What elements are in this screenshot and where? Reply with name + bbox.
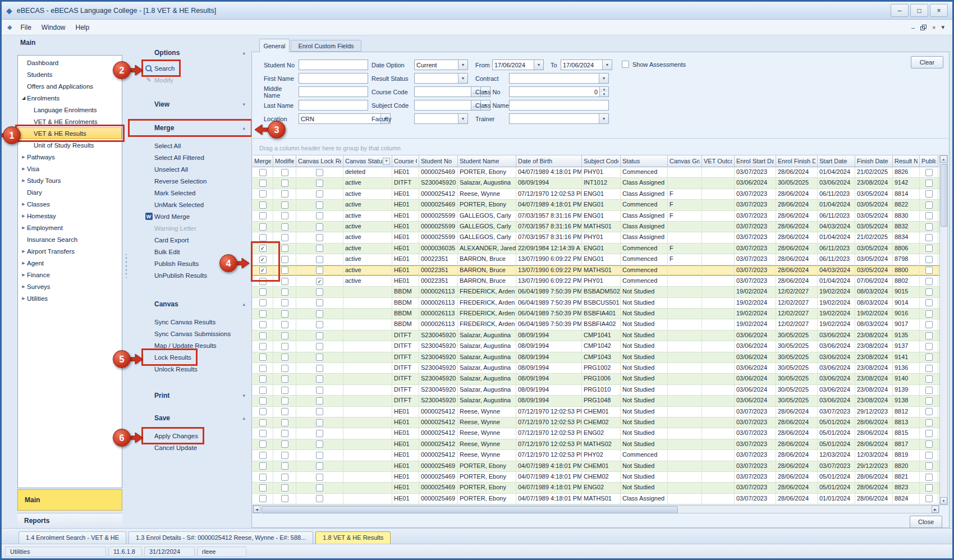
modified-checkbox[interactable] (281, 288, 288, 296)
sidebar-item-classes[interactable]: ▶Classes (18, 198, 122, 210)
modified-checkbox[interactable] (281, 212, 288, 219)
table-row[interactable]: ✓activeHE0100022351BARRON, Bruce13/07/19… (253, 265, 939, 276)
modified-checkbox[interactable] (281, 354, 288, 361)
dropdown-icon[interactable]: ▾ (458, 60, 467, 70)
canvas_lock-checkbox[interactable] (316, 332, 323, 339)
scroll-up-icon[interactable]: ▲ (940, 155, 947, 163)
publish-checkbox[interactable] (925, 343, 933, 350)
sidebar-item-dashboard[interactable]: Dashboard (18, 57, 122, 68)
canvas_lock-checkbox[interactable] (316, 234, 323, 241)
modified-checkbox[interactable] (281, 180, 288, 187)
modified-checkbox[interactable] (281, 408, 288, 415)
canvas_lock-checkbox[interactable] (316, 419, 323, 426)
action-item-sync-canvas-submissions[interactable]: Sync Canvas Submissions (144, 328, 234, 339)
scroll-left-icon[interactable]: ◀ (253, 506, 260, 513)
publish-checkbox[interactable] (925, 332, 933, 339)
filter-student-no-input[interactable] (299, 59, 368, 70)
close-button[interactable]: Close (910, 516, 942, 528)
column-header-student_name[interactable]: Student Name (458, 155, 516, 167)
action-item-lock-results[interactable]: Lock Results (144, 351, 195, 363)
canvas_lock-checkbox[interactable] (316, 201, 323, 209)
action-item-mark-selected[interactable]: Mark Selected (144, 187, 199, 199)
show-assessments-checkbox[interactable] (622, 61, 629, 68)
canvas_lock-checkbox[interactable] (316, 375, 323, 383)
modified-checkbox[interactable] (281, 245, 288, 252)
doc-tab-1-4-enrolment-search-vet-he[interactable]: 1.4 Enrolment Search - VET & HE (19, 531, 126, 544)
vertical-scrollbar[interactable]: ▲ ▼ (939, 155, 948, 505)
modified-checkbox[interactable] (281, 419, 288, 426)
doc-tab-1-8-vet-he-results[interactable]: 1.8 VET & HE Results (315, 531, 391, 544)
canvas_lock-checkbox[interactable] (316, 408, 323, 415)
scroll-down-icon[interactable]: ▼ (940, 497, 947, 504)
publish-checkbox[interactable] (925, 387, 933, 394)
sidebar-item-enrolments[interactable]: ◢Enrolments (18, 92, 122, 104)
column-header-status[interactable]: Status (621, 155, 668, 167)
action-item-unpublish-results[interactable]: UnPublish Results (144, 269, 210, 281)
doc-tab-1-3-enrol-details-s-0000025412-reese-wynne-e-588[interactable]: 1.3 Enrol Details - S#: 0000025412 Reese… (129, 531, 313, 544)
table-row[interactable]: activeHE010000025412Reese, Wynne07/12/19… (253, 189, 939, 200)
dropdown-icon[interactable]: ▾ (458, 74, 467, 83)
mdi-close-icon[interactable]: × (932, 24, 935, 31)
tab-enrol-custom-fields[interactable]: Enrol Custom Fields (291, 40, 361, 52)
group-header-options[interactable]: Options▴ (131, 47, 250, 59)
sidebar-item-employment[interactable]: ▶Employment (18, 222, 122, 233)
publish-checkbox[interactable] (925, 234, 933, 241)
merge-checkbox[interactable] (259, 462, 267, 470)
table-row[interactable]: HE010000025469PORTER, Ebony04/07/1989 4:… (253, 472, 939, 483)
table-row[interactable]: HE010000025412Reese, Wynne07/12/1970 12:… (253, 417, 939, 428)
sidebar-item-finance[interactable]: ▶Finance (18, 269, 122, 281)
canvas_lock-checkbox[interactable] (316, 212, 323, 219)
table-row[interactable]: ✓activeHE0100022351BARRON, Bruce13/07/19… (253, 254, 939, 265)
menu-file[interactable]: File (15, 20, 36, 35)
column-header-student_no[interactable]: Student No (419, 155, 458, 167)
publish-checkbox[interactable] (925, 474, 933, 481)
action-item-select-all[interactable]: Select All (144, 140, 184, 152)
merge-checkbox[interactable] (259, 408, 267, 415)
scroll-right-icon[interactable]: ▶ (932, 506, 939, 513)
table-row[interactable]: HE010000025412Reese, Wynne07/12/1970 12:… (253, 428, 939, 439)
action-item-apply-changes[interactable]: Apply Changes (144, 430, 201, 442)
action-item-cancel-update[interactable]: Cancel Update (144, 442, 200, 453)
canvas_lock-checkbox[interactable] (316, 267, 323, 274)
publish-checkbox[interactable] (925, 397, 933, 405)
modified-checkbox[interactable] (281, 256, 288, 263)
filter-icon[interactable]: ▼ (383, 158, 390, 165)
modified-checkbox[interactable] (281, 440, 288, 448)
column-header-canvas_lock[interactable]: Canvas Lock Resul (296, 155, 343, 167)
modified-checkbox[interactable] (281, 321, 288, 328)
filter-class-name-input[interactable] (509, 100, 609, 111)
sidebar-item-unit-of-study-results[interactable]: Unit of Study Results (18, 139, 122, 151)
canvas_lock-checkbox[interactable] (316, 484, 323, 492)
table-row[interactable]: deletedHE010000025469PORTER, Ebony04/07/… (253, 167, 939, 178)
merge-checkbox[interactable] (259, 419, 267, 426)
modified-checkbox[interactable] (281, 375, 288, 383)
table-row[interactable]: DITFTS230045920Salazar, Augustina08/09/1… (253, 374, 939, 384)
group-header-view[interactable]: View▾ (131, 98, 250, 111)
sidebar-item-homestay[interactable]: ▶Homestay (18, 210, 122, 222)
close-window-button[interactable]: × (930, 4, 948, 17)
sidebar-item-visa[interactable]: ▶Visa (18, 163, 122, 175)
publish-checkbox[interactable] (925, 430, 933, 437)
action-item-card-export[interactable]: Card Export (144, 234, 192, 246)
modified-checkbox[interactable] (281, 267, 288, 274)
merge-checkbox[interactable] (259, 365, 267, 372)
splitter-handle[interactable] (125, 254, 128, 278)
merge-checkbox[interactable] (259, 387, 267, 394)
sidebar-item-diary[interactable]: Diary (18, 186, 122, 198)
table-row[interactable]: activeHE010000025469PORTER, Ebony04/07/1… (253, 200, 939, 210)
merge-checkbox[interactable] (259, 310, 267, 318)
tab-general[interactable]: General (259, 39, 290, 52)
filter-first-name-input[interactable] (299, 73, 368, 84)
column-header-merge[interactable]: Merge (253, 155, 273, 167)
merge-checkbox[interactable] (259, 299, 267, 306)
publish-checkbox[interactable] (925, 180, 933, 187)
action-item-unlock-results[interactable]: Unlock Results (144, 363, 201, 375)
canvas_lock-checkbox[interactable] (316, 474, 323, 481)
filter-middle-name-input[interactable] (299, 86, 368, 97)
canvas_lock-checkbox[interactable] (316, 256, 323, 263)
canvas_lock-checkbox[interactable] (316, 245, 323, 252)
table-row[interactable]: BBDM0000026113FREDERICK, Arden06/04/1989… (253, 309, 939, 319)
dropdown-icon[interactable]: ▾ (534, 60, 543, 70)
dropdown-icon[interactable]: ▾ (458, 114, 467, 123)
column-header-dob[interactable]: Date of Birth (516, 155, 582, 167)
